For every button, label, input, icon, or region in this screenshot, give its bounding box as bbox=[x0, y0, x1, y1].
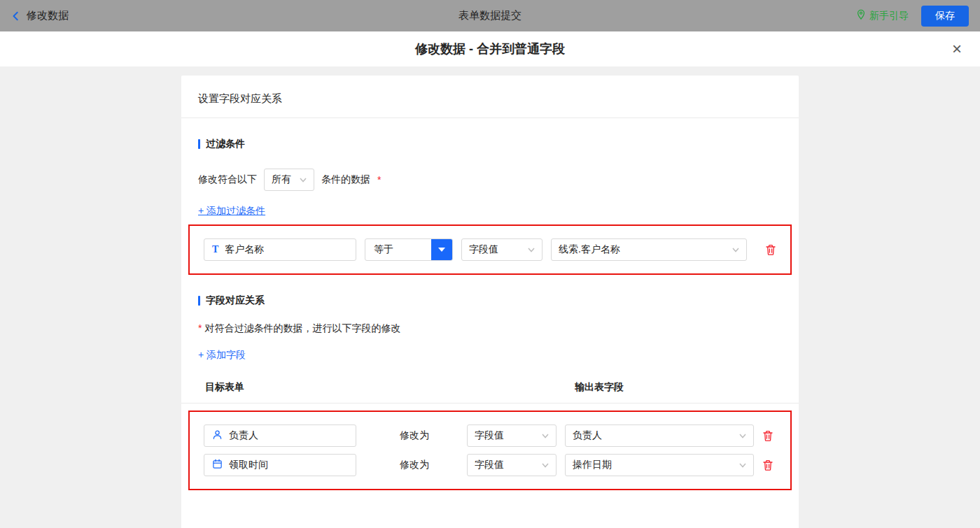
output-field-select[interactable]: 操作日期 bbox=[565, 454, 754, 476]
annotation-box-filter: T 客户名称 等于 字段值 bbox=[188, 224, 792, 275]
save-button[interactable]: 保存 bbox=[921, 6, 969, 27]
mapping-description-text: 对符合过滤条件的数据，进行以下字段的修改 bbox=[204, 322, 400, 334]
target-field-input[interactable]: 负责人 bbox=[204, 424, 356, 447]
filter-value-type: 字段值 bbox=[469, 243, 498, 256]
settings-card: 设置字段对应关系 过滤条件 修改符合以下 所有 条件的数据 bbox=[181, 76, 799, 528]
add-field-link[interactable]: + 添加字段 bbox=[198, 349, 246, 362]
chevron-down-icon bbox=[739, 463, 746, 468]
page-title: 表单数据提交 bbox=[458, 9, 522, 22]
action-label: 修改为 bbox=[400, 459, 439, 471]
filter-field-value: 客户名称 bbox=[225, 243, 264, 256]
caret-down-icon bbox=[438, 248, 445, 252]
annotation-box-mapping: 负责人 修改为 字段值 负责人 bbox=[188, 411, 792, 490]
filter-condition-row: T 客户名称 等于 字段值 bbox=[204, 238, 776, 261]
filter-field-input[interactable]: T 客户名称 bbox=[204, 238, 356, 261]
calendar-icon bbox=[212, 459, 223, 471]
column-target-form: 目标表单 bbox=[205, 381, 575, 394]
column-divider bbox=[181, 403, 799, 404]
chevron-down-icon bbox=[528, 248, 535, 252]
chevron-left-icon[interactable] bbox=[11, 11, 21, 21]
filter-section-label: 过滤条件 bbox=[206, 138, 245, 150]
target-field-value: 负责人 bbox=[229, 429, 258, 442]
output-field-value: 操作日期 bbox=[573, 459, 612, 471]
mapping-description: *对符合过滤条件的数据，进行以下字段的修改 bbox=[198, 322, 782, 335]
filter-value-select[interactable]: 线索.客户名称 bbox=[551, 238, 747, 261]
operator-dropdown-button[interactable] bbox=[431, 239, 452, 260]
card-title: 设置字段对应关系 bbox=[181, 76, 799, 118]
operator-select[interactable]: 等于 bbox=[365, 238, 453, 261]
topbar-actions: 新手引导 保存 bbox=[856, 6, 969, 27]
condition-row: 修改符合以下 所有 条件的数据 * bbox=[198, 169, 782, 191]
chevron-down-icon bbox=[542, 434, 549, 438]
column-output-field: 输出表字段 bbox=[575, 381, 624, 394]
condition-mode-select[interactable]: 所有 bbox=[264, 169, 314, 191]
mapping-section-label: 字段对应关系 bbox=[206, 294, 265, 307]
mapping-row: 负责人 修改为 字段值 负责人 bbox=[204, 424, 776, 447]
back-button[interactable]: 修改数据 bbox=[11, 9, 69, 22]
mapping-column-headers: 目标表单 输出表字段 bbox=[198, 381, 782, 394]
section-accent-bar bbox=[198, 296, 200, 306]
mapping-section-title: 字段对应关系 bbox=[198, 294, 782, 307]
operator-value: 等于 bbox=[365, 239, 431, 260]
filter-value: 线索.客户名称 bbox=[559, 243, 620, 256]
chevron-down-icon bbox=[732, 248, 739, 252]
required-mark: * bbox=[377, 174, 381, 185]
chevron-down-icon bbox=[542, 463, 549, 468]
section-accent-bar bbox=[198, 139, 200, 149]
target-field-input[interactable]: 领取时间 bbox=[204, 454, 356, 476]
output-field-value: 负责人 bbox=[573, 429, 602, 442]
delete-mapping-icon[interactable] bbox=[762, 459, 774, 471]
output-field-select[interactable]: 负责人 bbox=[565, 424, 754, 447]
value-type-select[interactable]: 字段值 bbox=[467, 424, 556, 447]
condition-mode-value: 所有 bbox=[272, 173, 291, 186]
chevron-down-icon bbox=[300, 178, 307, 183]
delete-filter-icon[interactable] bbox=[765, 244, 776, 256]
action-label: 修改为 bbox=[400, 429, 439, 442]
condition-suffix: 条件的数据 bbox=[321, 173, 370, 186]
mapping-row: 领取时间 修改为 字段值 操作日期 bbox=[204, 454, 776, 476]
mapping-rows: 负责人 修改为 字段值 负责人 bbox=[204, 424, 776, 476]
target-field-value: 领取时间 bbox=[229, 459, 268, 471]
delete-mapping-icon[interactable] bbox=[762, 430, 774, 442]
top-bar: 修改数据 表单数据提交 新手引导 保存 bbox=[0, 0, 980, 31]
guide-link[interactable]: 新手引导 bbox=[856, 9, 909, 22]
modal-title: 修改数据 - 合并到普通字段 bbox=[415, 41, 565, 57]
value-type: 字段值 bbox=[475, 459, 504, 471]
back-label[interactable]: 修改数据 bbox=[27, 9, 69, 22]
chevron-down-icon bbox=[739, 434, 746, 438]
add-filter-condition-link[interactable]: + 添加过滤条件 bbox=[198, 205, 265, 217]
filter-section-title: 过滤条件 bbox=[198, 138, 782, 150]
guide-label: 新手引导 bbox=[869, 10, 909, 22]
value-type-select[interactable]: 字段值 bbox=[467, 454, 556, 476]
close-icon[interactable]: × bbox=[952, 41, 962, 57]
person-icon bbox=[212, 429, 223, 442]
guide-pin-icon bbox=[856, 9, 866, 22]
card-body: 过滤条件 修改符合以下 所有 条件的数据 * + 添加过滤条件 bbox=[181, 138, 799, 490]
text-field-icon: T bbox=[212, 244, 218, 255]
value-type: 字段值 bbox=[475, 429, 504, 442]
modal-header: 修改数据 - 合并到普通字段 × bbox=[0, 31, 980, 66]
filter-value-type-select[interactable]: 字段值 bbox=[461, 238, 542, 261]
modal-body: 设置字段对应关系 过滤条件 修改符合以下 所有 条件的数据 bbox=[0, 66, 980, 528]
required-mark: * bbox=[198, 322, 202, 334]
condition-prefix: 修改符合以下 bbox=[198, 173, 257, 186]
screen: 修改数据 表单数据提交 新手引导 保存 修改数据 - 合并到普通字段 × 设置字… bbox=[0, 0, 980, 528]
